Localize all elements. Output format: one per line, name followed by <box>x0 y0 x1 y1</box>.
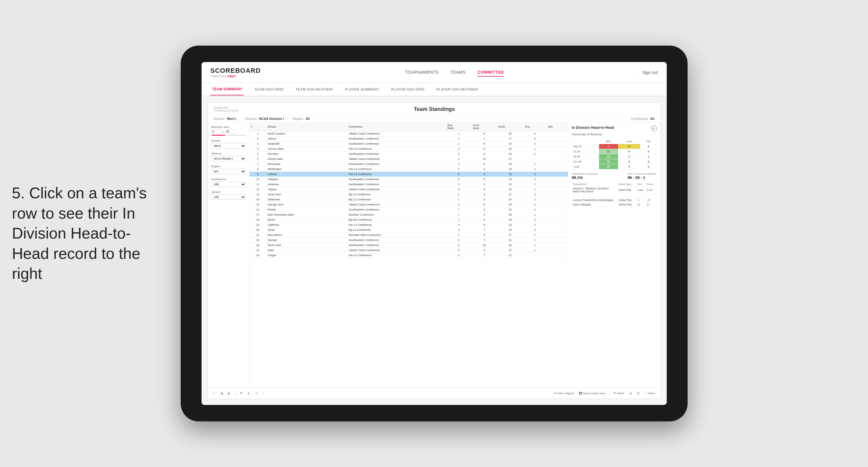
table-header-row: # School Conference RegRank ConfRank Rnd… <box>250 123 568 131</box>
cell-conf-rank: 9 <box>471 232 497 238</box>
region-select[interactable]: N/A All <box>211 169 246 174</box>
view-original-button[interactable]: 👁 View: Original <box>552 391 575 396</box>
cell-tour: 3 <box>523 177 547 182</box>
h2h-cell-loss: 2 <box>618 154 641 159</box>
cell-rank: 16 <box>250 207 266 212</box>
min-rounds-min-input[interactable] <box>211 129 222 134</box>
cell-reg-rank: 1 <box>446 131 472 136</box>
t-cell-name: Cabo Collegiate <box>572 203 618 207</box>
nav-committee[interactable]: COMMITTEE <box>478 68 504 76</box>
cell-tour: 2 <box>523 192 547 197</box>
settings-button[interactable]: ⚙ <box>636 391 641 396</box>
cell-win <box>547 227 568 232</box>
tournament-row: Jackson T. Stephens Cup Men's Match-Play… <box>572 186 657 194</box>
cell-reg-rank: 5 <box>446 172 472 177</box>
paste-button[interactable]: ⊕ <box>246 391 251 396</box>
conference-ctrl-label: Conference <box>211 178 246 181</box>
tournament-table: Tournament Event Type Pos Score Jackson … <box>572 182 657 207</box>
min-rounds-max-input[interactable] <box>225 129 236 134</box>
cell-tour: 6 <box>523 136 547 142</box>
cell-reg-rank: 3 <box>446 227 472 232</box>
logo-area: SCOREBOARD Powered by clippd <box>211 67 261 78</box>
cell-rank: 23 <box>250 243 266 248</box>
cell-conf-rank: 7 <box>471 227 497 232</box>
table-row[interactable]: 11 Arkansas Southeastern Conference 6 8 … <box>250 182 568 187</box>
nav-teams[interactable]: TEAMS <box>451 68 466 76</box>
share-button[interactable]: ↗ Share <box>644 391 657 396</box>
cell-conference: Atlantic Coast Conference <box>347 131 446 136</box>
sub-nav-team-h2h-heatmap[interactable]: TEAM H2H HEATMAP <box>294 84 335 95</box>
cell-school: Florida <box>266 207 347 212</box>
cell-win <box>547 172 568 177</box>
share-icon: ↗ <box>645 392 647 395</box>
cell-reg-rank: 3 <box>446 187 472 192</box>
cell-reg-rank: 1 <box>446 232 472 238</box>
grid-button[interactable]: ⊞ <box>628 391 633 396</box>
table-row[interactable]: 13 Texas Tech Big 12 Conference 1 9 27 2 <box>250 192 568 197</box>
sub-nav-player-h2h-heatmap[interactable]: PLAYER H2H HEATMAP <box>435 84 480 95</box>
gender-select[interactable]: Men's Women's <box>211 143 246 149</box>
save-custom-button[interactable]: 💾 Save Custom View <box>577 391 607 396</box>
table-row[interactable]: 24 Duke Atlantic Coast Conference 5 9 27… <box>250 248 568 253</box>
table-row[interactable]: 7 Tennessee Southeastern Conference 4 6 … <box>250 162 568 167</box>
cell-conf-rank: 8 <box>471 172 497 177</box>
step-back-button[interactable]: ◀ <box>219 391 224 396</box>
school-select[interactable]: (All) <box>211 194 246 200</box>
undo-button[interactable]: ↩ <box>211 391 217 396</box>
cell-rank: 21 <box>250 232 266 238</box>
time-button[interactable]: ⏱ <box>254 391 259 396</box>
copy-button[interactable]: ⧉ <box>239 391 244 396</box>
table-row[interactable]: 1 North Carolina Atlantic Coast Conferen… <box>250 131 568 136</box>
table-row[interactable]: 21 New Mexico Mountain West Conference 1… <box>250 232 568 238</box>
cell-conf-rank: 8 <box>471 182 497 187</box>
nav-tournaments[interactable]: TOURNAMENTS <box>405 68 438 76</box>
table-row[interactable]: 10 Alabama Southeastern Conference 5 8 2… <box>250 177 568 182</box>
table-row[interactable]: 6 Florida State Atlantic Coast Conferenc… <box>250 157 568 162</box>
division-select[interactable]: NCAA Division I NCAA Division II NCAA Di… <box>211 156 246 161</box>
table-row[interactable]: 18 Illinois Big Ten Conference 1 9 23 3 <box>250 217 568 222</box>
table-row[interactable]: 3 Vanderbilt Southeastern Conference 2 8… <box>250 142 568 147</box>
cell-conference: Pac-12 Conference <box>347 222 446 227</box>
cell-school: Tennessee <box>266 162 347 167</box>
table-row[interactable]: 14 Oklahoma Big 12 Conference 2 9 24 2 <box>250 197 568 202</box>
sub-nav-player-summary[interactable]: PLAYER SUMMARY <box>343 84 381 95</box>
cell-win <box>547 232 568 238</box>
conference-select[interactable]: (All) <box>211 182 246 187</box>
cell-rnds: 30 <box>497 202 523 207</box>
cell-tour: 1 <box>523 212 547 217</box>
cell-rnds: 27 <box>497 248 523 253</box>
watch-button[interactable]: 👁 Watch <box>612 391 626 396</box>
min-rounds-slider[interactable] <box>211 135 246 136</box>
opponents-stat: Opponents in division: 99.1% <box>572 173 598 180</box>
table-row[interactable]: 2 Auburn Southeastern Conference 1 1 27 … <box>250 136 568 142</box>
table-row[interactable]: 17 East Tennessee State Southern Confere… <box>250 212 568 217</box>
table-row[interactable]: 22 Georgia Southeastern Conference 8 7 2… <box>250 238 568 243</box>
cell-conf-rank: 9 <box>471 207 497 212</box>
table-row[interactable]: 20 Texas Big 12 Conference 3 7 20 2 <box>250 227 568 232</box>
table-row[interactable]: 8 Washington Pac-12 Conference 2 8 23 1 <box>250 167 568 172</box>
table-row[interactable]: 9 Arizona Pac-12 Conference 5 8 23 3 <box>250 172 568 177</box>
sub-nav-team-summary[interactable]: TEAM SUMMARY <box>211 84 244 95</box>
table-row[interactable]: 19 California Pac-12 Conference 4 8 24 2 <box>250 222 568 227</box>
h2h-close-button[interactable]: ✕ <box>651 126 657 131</box>
cell-conf-rank: 9 <box>471 131 497 136</box>
sub-nav-team-h2h-grid[interactable]: TEAM H2H GRID <box>253 84 285 95</box>
sub-nav-player-h2h-grid[interactable]: PLAYER H2H GRID <box>390 84 426 95</box>
h2h-cell-tie: 0 <box>640 164 657 169</box>
h2h-row: 11-25 11 8 0 <box>572 149 657 154</box>
table-row[interactable]: 16 Florida Southeastern Conference 7 9 2… <box>250 207 568 212</box>
cell-reg-rank: 1 <box>446 217 472 222</box>
table-row[interactable]: 25 Oregon Pac-12 Conference 5 7 21 <box>250 253 568 258</box>
step-forward-button[interactable]: ▶ <box>227 391 232 396</box>
cell-win <box>547 192 568 197</box>
table-row[interactable]: 12 Virginia Atlantic Coast Conference 3 … <box>250 187 568 192</box>
sign-out[interactable]: Sign out <box>642 70 657 75</box>
table-row[interactable]: 23 Texas A&M Southeastern Conference 9 1… <box>250 243 568 248</box>
table-row[interactable]: 4 Arizona State Pac-12 Conference 4 9 26… <box>250 147 568 152</box>
h2h-col-loss: Loss <box>618 139 641 144</box>
table-row[interactable]: 15 Georgia Tech Atlantic Coast Conferenc… <box>250 202 568 207</box>
cell-conference: Atlantic Coast Conference <box>347 157 446 162</box>
tablet-frame: SCOREBOARD Powered by clippd TOURNAMENTS… <box>181 45 688 422</box>
table-row[interactable]: 5 Ole Miss Southeastern Conference 3 6 1… <box>250 152 568 157</box>
cell-rnds: 18 <box>497 152 523 157</box>
